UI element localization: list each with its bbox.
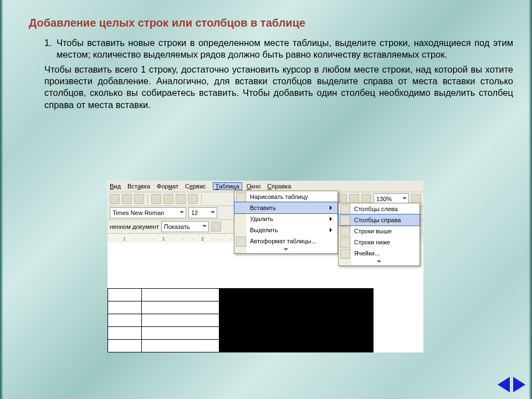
sample-table — [108, 288, 374, 352]
rows-above-icon — [340, 227, 350, 237]
insert-submenu: Столбцы слева Столбцы справа Строки выше… — [338, 203, 420, 266]
slide-title: Добавление целых строк или столбцов в та… — [29, 17, 513, 29]
font-combo[interactable]: Times New Roman — [110, 207, 186, 218]
autoformat-icon — [236, 237, 246, 247]
menu-autoformat[interactable]: Автоформат таблицы... — [234, 236, 337, 247]
paste-icon[interactable] — [176, 194, 186, 204]
submenu-arrow-icon — [330, 228, 334, 232]
format-painter-icon[interactable] — [188, 194, 198, 204]
table-row — [108, 340, 374, 352]
spell-icon[interactable] — [134, 194, 144, 204]
preview-icon[interactable] — [122, 194, 132, 204]
submenu-cols-right[interactable]: Столбцы справа — [338, 214, 420, 226]
submenu-arrow-icon — [330, 206, 334, 210]
slide-nav — [498, 377, 525, 392]
menu-expand[interactable] — [234, 247, 337, 253]
table-menu-dropdown: Нарисовать таблицу Вставить Удалить Выде… — [234, 191, 338, 254]
list-item-1-text: Чтобы вставить новые строки в определенн… — [57, 38, 513, 59]
copy-icon[interactable] — [163, 194, 173, 204]
menu-insert[interactable]: Вставка — [127, 183, 150, 190]
cells-icon — [340, 249, 350, 259]
menu-tools[interactable]: Сервис — [185, 183, 206, 190]
menu-table[interactable]: Таблица — [213, 182, 242, 190]
table-row — [108, 314, 374, 327]
submenu-arrow-icon — [330, 217, 334, 221]
submenu-rows-below[interactable]: Строки ниже — [339, 237, 420, 248]
separator — [147, 194, 148, 204]
menu-insert[interactable]: Вставить — [234, 202, 338, 214]
cut-icon[interactable] — [151, 194, 161, 204]
submenu-rows-above[interactable]: Строки выше — [339, 226, 420, 237]
table-row — [108, 289, 374, 301]
submenu-cols-left[interactable]: Столбцы слева — [339, 203, 420, 214]
menu-delete[interactable]: Удалить — [234, 213, 337, 224]
cols-left-icon — [340, 204, 350, 214]
cols-right-icon — [340, 216, 350, 226]
next-slide-button[interactable] — [513, 377, 525, 392]
print-icon[interactable] — [110, 194, 120, 204]
list-number: 1. — [44, 37, 57, 49]
menu-draw-table[interactable]: Нарисовать таблицу — [234, 191, 337, 202]
menu-help[interactable]: Справка — [267, 183, 291, 190]
fontsize-combo[interactable]: 12 — [188, 207, 217, 218]
menu-format[interactable]: Формат — [157, 183, 178, 190]
menu-view[interactable]: Вид — [110, 183, 121, 190]
slide-edge-right — [529, 0, 532, 399]
menu-window[interactable]: Окно — [247, 183, 261, 190]
show-combo[interactable]: Показать — [161, 221, 209, 232]
list-item-1: 1.Чтобы вставить новые строки в определе… — [19, 37, 513, 60]
word-screenshot: Вид Вставка Формат Сервис Таблица Окно С… — [108, 181, 423, 352]
rows-below-icon — [340, 238, 350, 248]
body-text: 1.Чтобы вставить новые строки в определе… — [19, 37, 513, 111]
menu-expand[interactable] — [339, 259, 420, 265]
doc-label: ненном документ — [110, 223, 159, 230]
prev-slide-button[interactable] — [498, 377, 510, 392]
list-item-2: Чтобы вставить всего 1 строку, достаточн… — [19, 64, 513, 110]
slide-content: Добавление целых строк или столбцов в та… — [19, 17, 513, 111]
table-row — [108, 301, 374, 314]
menu-select[interactable]: Выделить — [234, 224, 337, 236]
table-row — [108, 327, 374, 340]
pencil-icon — [236, 192, 246, 202]
separator — [201, 194, 202, 204]
slide-edge-left — [0, 0, 3, 399]
balloon-icon[interactable] — [211, 222, 221, 232]
submenu-cells[interactable]: Ячейки... — [339, 248, 420, 259]
